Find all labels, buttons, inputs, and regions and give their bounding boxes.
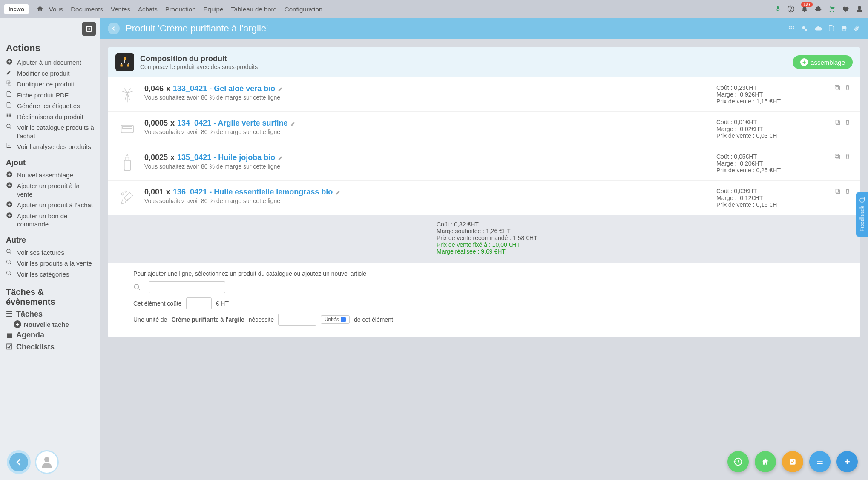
fab-add[interactable]	[836, 451, 858, 472]
copy-icon[interactable]	[834, 153, 841, 160]
heart-icon[interactable]	[842, 5, 849, 13]
autre-2[interactable]: Voir les catégories	[6, 269, 94, 280]
component-link[interactable]: 133_0421 - Gel aloé vera bio	[173, 84, 275, 93]
autre-1[interactable]: Voir les produits à la vente	[6, 258, 94, 269]
sidebar-tasks[interactable]: ☰Tâches	[6, 309, 94, 319]
composition-icon	[115, 53, 134, 71]
cost-input[interactable]	[186, 297, 212, 309]
fab-check[interactable]	[782, 451, 803, 472]
gears-icon[interactable]	[801, 25, 808, 32]
ajout-0[interactable]: Nouvel assemblage	[6, 170, 94, 181]
search-icon	[6, 249, 14, 254]
action-1[interactable]: Modifier ce produit	[6, 68, 94, 79]
search-icon	[133, 283, 141, 291]
svg-rect-45	[836, 155, 839, 159]
units-select[interactable]: Unités	[321, 315, 350, 324]
cart-icon[interactable]	[828, 5, 836, 13]
nav-production[interactable]: Production	[165, 6, 196, 13]
component-subtitle: Vous souhaitez avoir 80 % de marge sur c…	[144, 94, 710, 101]
nav-vous[interactable]: Vous	[49, 6, 63, 13]
fab-home[interactable]	[755, 451, 776, 472]
svg-point-29	[802, 26, 805, 29]
ajout-3[interactable]: Ajouter un bon de commande	[6, 211, 94, 230]
user-icon[interactable]	[855, 5, 864, 13]
component-link[interactable]: 134_0421 - Argile verte surfine	[177, 119, 287, 128]
action-5[interactable]: Déclinaisons du produit	[6, 111, 94, 123]
autre-0[interactable]: Voir ses factures	[6, 247, 94, 258]
sidebar-ajout-title: Ajout	[6, 158, 94, 167]
action-2[interactable]: Dupliquer ce produit	[6, 79, 94, 90]
nav-configuration[interactable]: Configuration	[285, 6, 322, 13]
copy-icon[interactable]	[834, 188, 841, 194]
trash-icon[interactable]	[844, 188, 851, 194]
plus-circle-icon	[6, 182, 14, 189]
copy-icon[interactable]	[834, 84, 841, 91]
product-search-input[interactable]	[149, 281, 225, 293]
edit-icon[interactable]	[290, 120, 296, 126]
cloud-icon[interactable]	[814, 25, 822, 32]
svg-rect-26	[789, 28, 790, 29]
component-link[interactable]: 136_0421 - Huile essentielle lemongrass …	[173, 188, 333, 197]
unit-mid: nécessite	[249, 316, 274, 323]
print-icon[interactable]	[841, 25, 848, 32]
collapse-sidebar-icon[interactable]	[82, 22, 96, 36]
svg-point-47	[121, 193, 124, 195]
grid-icon[interactable]	[788, 25, 795, 32]
svg-point-20	[7, 271, 10, 274]
action-3[interactable]: Fiche produit PDF	[6, 90, 94, 101]
trash-icon[interactable]	[844, 84, 851, 91]
home-icon[interactable]	[36, 5, 44, 13]
svg-rect-36	[127, 64, 129, 66]
component-row: 0,046 x 133_0421 - Gel aloé vera bio Vou…	[108, 77, 860, 111]
nav-ventes[interactable]: Ventes	[111, 6, 130, 13]
component-qty: 0,0025	[144, 153, 168, 162]
action-7[interactable]: Voir l'analyse des produits	[6, 141, 94, 152]
sidebar-checklist[interactable]: ☑Checklists	[6, 342, 94, 351]
help-icon[interactable]	[787, 5, 795, 13]
nav-documents[interactable]: Documents	[71, 6, 103, 13]
total-margin: Marge souhaitée : 1,26 €HT	[437, 228, 851, 234]
edit-icon[interactable]	[278, 155, 284, 161]
microphone-icon[interactable]	[774, 6, 781, 12]
svg-rect-49	[836, 190, 839, 193]
feedback-tab[interactable]: Feedback	[856, 192, 868, 237]
fab-history[interactable]	[727, 451, 749, 472]
svg-rect-28	[793, 28, 794, 29]
nav-tableau-de-bord[interactable]: Tableau de bord	[231, 6, 277, 13]
component-link[interactable]: 135_0421 - Huile jojoba bio	[177, 153, 275, 162]
plus-circle-icon	[6, 171, 14, 178]
attach-icon[interactable]	[854, 25, 860, 32]
trash-icon[interactable]	[844, 153, 851, 160]
edit-icon[interactable]	[335, 189, 341, 195]
page-title: Produit 'Crème purifiante à l'argile'	[126, 23, 268, 34]
copy-icon[interactable]	[834, 119, 841, 126]
top-icons: 127	[774, 5, 864, 13]
nav-equipe[interactable]: Equipe	[204, 6, 224, 13]
unit-qty-input[interactable]	[278, 314, 316, 326]
avatar-bubble[interactable]	[35, 450, 59, 474]
action-4[interactable]: Générer les étiquettes	[6, 100, 94, 111]
svg-point-13	[7, 124, 10, 128]
svg-rect-33	[843, 29, 846, 31]
edit-icon[interactable]	[278, 86, 284, 92]
panel-header: Composition du produit Composez le produ…	[108, 47, 860, 77]
add-assembly-button[interactable]: + assemblage	[793, 55, 853, 69]
fab-menu[interactable]	[809, 451, 831, 472]
sidebar-new-task[interactable]: +Nouvelle tache	[14, 320, 94, 328]
sidebar-agenda[interactable]: Agenda	[6, 331, 94, 340]
action-6[interactable]: Voir le catalogue produits à l'achat	[6, 122, 94, 141]
ajout-1[interactable]: Ajouter un produit à la vente	[6, 180, 94, 200]
action-0[interactable]: Ajouter à un document	[6, 57, 94, 68]
doc-icon[interactable]	[828, 25, 835, 32]
svg-rect-7	[7, 113, 8, 114]
trash-icon[interactable]	[844, 119, 851, 126]
back-icon[interactable]	[108, 23, 120, 34]
unit-suffix: de cet élément	[354, 316, 393, 323]
notifications-icon[interactable]: 127	[801, 5, 808, 13]
content: Composition du produit Composez le produ…	[100, 39, 868, 480]
nav-achats[interactable]: Achats	[138, 6, 158, 13]
back-bubble[interactable]	[7, 450, 31, 474]
svg-rect-25	[793, 26, 794, 27]
puzzle-icon[interactable]	[814, 5, 822, 13]
ajout-2[interactable]: Ajouter un produit à l'achat	[6, 200, 94, 211]
